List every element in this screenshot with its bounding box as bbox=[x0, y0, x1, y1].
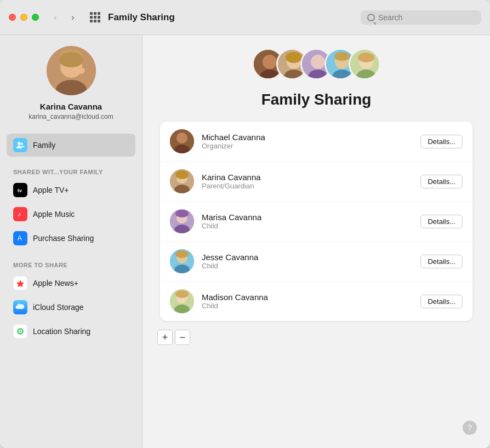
purchase-icon: A bbox=[13, 231, 27, 245]
member-info-jesse: Jesse Cavanna Child bbox=[202, 252, 420, 270]
member-avatar-jesse bbox=[170, 249, 194, 273]
sidebar-item-location[interactable]: Location Sharing bbox=[7, 320, 135, 343]
bottom-controls: + − bbox=[157, 330, 190, 345]
title-bar: ‹ › Family Sharing bbox=[0, 0, 490, 35]
family-icon bbox=[13, 138, 27, 152]
sidebar-item-appletv-label: Apple TV+ bbox=[33, 186, 69, 194]
more-section-header: MORE TO SHARE bbox=[0, 255, 142, 272]
sidebar-item-news[interactable]: Apple News+ bbox=[7, 272, 135, 295]
svg-point-7 bbox=[18, 142, 21, 145]
member-role-karina: Parent/Guardian bbox=[202, 182, 420, 190]
member-role-jesse: Child bbox=[202, 262, 420, 270]
table-row: Jesse Cavanna Child Details... bbox=[160, 242, 472, 282]
shared-items-section: tv Apple TV+ ♪ Apple Music bbox=[0, 179, 142, 251]
svg-point-27 bbox=[334, 52, 350, 61]
appletv-icon: tv bbox=[13, 183, 27, 197]
user-name: Karina Cavanna bbox=[40, 102, 102, 111]
details-button-jesse[interactable]: Details... bbox=[420, 255, 463, 268]
close-button[interactable] bbox=[9, 14, 16, 21]
svg-point-5 bbox=[59, 52, 83, 67]
member-info-marisa: Marisa Cavanna Child bbox=[202, 212, 420, 230]
member-avatar-madison bbox=[170, 289, 194, 313]
add-member-button[interactable]: + bbox=[157, 330, 173, 345]
svg-text:♪: ♪ bbox=[18, 210, 21, 218]
content-panel: Family Sharing Michael Cavanna Organize bbox=[143, 35, 490, 448]
grid-icon bbox=[90, 12, 100, 22]
details-button-marisa[interactable]: Details... bbox=[420, 215, 463, 228]
member-name-michael: Michael Cavanna bbox=[202, 133, 420, 142]
window-title: Family Sharing bbox=[108, 12, 361, 23]
member-info-karina: Karina Cavanna Parent/Guardian bbox=[202, 173, 420, 190]
svg-point-42 bbox=[175, 210, 189, 217]
forward-button[interactable]: › bbox=[65, 10, 81, 25]
svg-point-8 bbox=[21, 143, 24, 146]
member-name-karina: Karina Cavanna bbox=[202, 173, 420, 182]
svg-point-46 bbox=[175, 250, 189, 258]
minimize-button[interactable] bbox=[20, 14, 27, 21]
member-name-madison: Madison Cavanna bbox=[202, 292, 420, 302]
table-row: Michael Cavanna Organizer Details... bbox=[160, 122, 472, 162]
sidebar-item-purchase-label: Purchase Sharing bbox=[33, 234, 94, 243]
members-card: Michael Cavanna Organizer Details... bbox=[160, 122, 472, 321]
user-email: karina_cavanna@icloud.com bbox=[29, 113, 113, 120]
forward-icon: › bbox=[71, 13, 74, 22]
user-profile: Karina Cavanna karina_cavanna@icloud.com bbox=[0, 46, 142, 134]
member-role-michael: Organizer bbox=[202, 142, 420, 150]
family-avatars bbox=[252, 48, 380, 80]
svg-text:A: A bbox=[18, 234, 22, 242]
location-icon bbox=[13, 324, 27, 338]
table-row: Marisa Cavanna Child Details... bbox=[160, 202, 472, 242]
sidebar-item-family-label: Family bbox=[33, 141, 55, 150]
member-role-madison: Child bbox=[202, 302, 420, 310]
member-avatar-marisa bbox=[170, 209, 194, 233]
sidebar-item-icloud[interactable]: iCloud Storage bbox=[7, 296, 135, 319]
more-items-section: Apple News+ iCloud Storage bbox=[0, 272, 142, 344]
search-bar[interactable] bbox=[361, 10, 481, 25]
search-icon bbox=[367, 14, 375, 21]
svg-point-38 bbox=[175, 170, 189, 179]
sidebar-item-location-label: Location Sharing bbox=[33, 327, 90, 336]
table-row: Karina Cavanna Parent/Guardian Details..… bbox=[160, 162, 472, 202]
content-title: Family Sharing bbox=[261, 91, 372, 108]
sidebar-item-icloud-label: iCloud Storage bbox=[33, 303, 84, 312]
traffic-lights bbox=[9, 14, 39, 21]
table-row: Madison Cavanna Child Details... bbox=[160, 282, 472, 321]
window: ‹ › Family Sharing bbox=[0, 0, 490, 448]
help-button[interactable]: ? bbox=[463, 421, 477, 435]
details-button-michael[interactable]: Details... bbox=[420, 135, 463, 148]
member-name-jesse: Jesse Cavanna bbox=[202, 252, 420, 262]
details-button-madison[interactable]: Details... bbox=[420, 295, 463, 308]
svg-point-6 bbox=[76, 67, 85, 74]
sidebar-item-music[interactable]: ♪ Apple Music bbox=[7, 203, 135, 226]
svg-point-50 bbox=[175, 290, 189, 298]
sidebar-item-purchase[interactable]: A Purchase Sharing bbox=[7, 227, 135, 250]
maximize-button[interactable] bbox=[32, 14, 39, 21]
svg-point-16 bbox=[263, 55, 277, 69]
member-info-michael: Michael Cavanna Organizer bbox=[202, 133, 420, 150]
sidebar-item-appletv[interactable]: tv Apple TV+ bbox=[7, 179, 135, 202]
search-input[interactable] bbox=[378, 13, 475, 22]
grid-button[interactable] bbox=[87, 10, 102, 25]
svg-point-23 bbox=[311, 55, 325, 69]
svg-point-31 bbox=[358, 53, 374, 62]
sidebar-main-section: Family bbox=[0, 134, 142, 158]
svg-point-34 bbox=[176, 133, 187, 143]
family-avatar-5 bbox=[349, 48, 380, 80]
sidebar-item-family[interactable]: Family bbox=[7, 134, 135, 157]
shared-section-header: SHARED WIT...YOUR FAMILY bbox=[0, 162, 142, 179]
member-name-marisa: Marisa Cavanna bbox=[202, 212, 420, 222]
back-button[interactable]: ‹ bbox=[48, 10, 63, 25]
member-info-madison: Madison Cavanna Child bbox=[202, 292, 420, 310]
music-icon: ♪ bbox=[13, 207, 27, 221]
svg-point-20 bbox=[286, 52, 302, 63]
sidebar-item-music-label: Apple Music bbox=[33, 210, 75, 219]
nav-buttons: ‹ › bbox=[48, 10, 81, 25]
member-avatar-michael bbox=[170, 129, 194, 153]
details-button-karina[interactable]: Details... bbox=[420, 175, 463, 188]
back-icon: ‹ bbox=[54, 13, 56, 22]
sidebar-item-news-label: Apple News+ bbox=[33, 279, 78, 288]
remove-member-button[interactable]: − bbox=[175, 330, 190, 345]
news-icon bbox=[13, 276, 27, 290]
svg-text:tv: tv bbox=[18, 188, 22, 193]
member-avatar-karina bbox=[170, 169, 194, 193]
